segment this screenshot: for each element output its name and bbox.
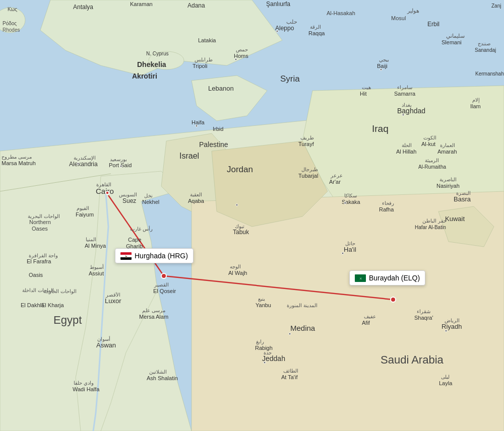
svg-text:Irbid: Irbid bbox=[213, 126, 223, 132]
svg-text:Shaqra': Shaqra' bbox=[414, 315, 433, 321]
svg-text:وادي حلفا: وادي حلفا bbox=[74, 380, 94, 386]
svg-text:الناصرية: الناصرية bbox=[439, 177, 457, 183]
svg-text:Rafha: Rafha bbox=[379, 206, 394, 212]
svg-text:Aswan: Aswan bbox=[96, 341, 116, 349]
svg-point-161 bbox=[344, 202, 346, 204]
saudi-flag: ⚔ bbox=[355, 274, 366, 282]
svg-text:🦅: 🦅 bbox=[125, 255, 128, 258]
svg-text:Afif: Afif bbox=[362, 320, 370, 326]
svg-text:Ha'il: Ha'il bbox=[344, 246, 356, 253]
svg-text:Jordan: Jordan bbox=[227, 165, 253, 174]
svg-text:هيت: هيت bbox=[362, 85, 371, 90]
svg-text:Riyadh: Riyadh bbox=[442, 323, 462, 330]
svg-text:عفيف: عفيف bbox=[364, 314, 376, 319]
svg-text:Wadi Halfa: Wadi Halfa bbox=[73, 386, 100, 392]
svg-text:Yanbu: Yanbu bbox=[256, 302, 271, 308]
svg-text:Κως: Κως bbox=[8, 7, 17, 12]
svg-point-153 bbox=[77, 163, 79, 165]
svg-text:نخل: نخل bbox=[144, 193, 153, 198]
svg-text:Basra: Basra bbox=[454, 195, 471, 203]
svg-text:Al Wajh: Al Wajh bbox=[228, 270, 247, 276]
svg-text:Akrotiri: Akrotiri bbox=[132, 72, 157, 80]
svg-text:سكاكا: سكاكا bbox=[344, 193, 357, 198]
svg-text:Ar'ar: Ar'ar bbox=[329, 179, 341, 185]
svg-text:Şanlıurfa: Şanlıurfa bbox=[266, 1, 290, 8]
svg-rect-166 bbox=[120, 252, 132, 255]
svg-text:Rabigh: Rabigh bbox=[255, 345, 273, 351]
buraydah-airport-label: ⚔ Buraydah (ELQ) bbox=[349, 270, 425, 285]
svg-text:أسيوط: أسيوط bbox=[90, 264, 104, 270]
svg-text:أسوان: أسوان bbox=[97, 336, 110, 342]
map-container: Κως Ρόδος Rhodes Antalya Karaman Adana Ş… bbox=[0, 0, 504, 431]
svg-text:Layla: Layla bbox=[439, 380, 453, 386]
svg-text:Turayf: Turayf bbox=[298, 141, 314, 147]
svg-text:رأس غارب: رأس غارب bbox=[130, 226, 153, 232]
svg-text:مرسى مطروح: مرسى مطروح bbox=[2, 154, 32, 160]
svg-text:الوجه: الوجه bbox=[230, 264, 241, 270]
svg-text:الشلاتين: الشلاتين bbox=[149, 369, 167, 375]
svg-text:ليلى: ليلى bbox=[441, 374, 450, 380]
svg-point-163 bbox=[289, 333, 291, 335]
svg-text:Karaman: Karaman bbox=[130, 1, 153, 7]
svg-text:Ash Shalatin: Ash Shalatin bbox=[147, 375, 178, 381]
svg-text:Palestine: Palestine bbox=[199, 140, 228, 149]
svg-point-151 bbox=[161, 273, 166, 278]
svg-text:Al Minya: Al Minya bbox=[85, 243, 106, 249]
svg-text:Zanj: Zanj bbox=[491, 3, 501, 9]
svg-text:Tripoli: Tripoli bbox=[193, 63, 208, 69]
svg-text:Hit: Hit bbox=[360, 91, 366, 97]
svg-text:حفر الباطن: حفر الباطن bbox=[422, 218, 447, 224]
svg-text:Suez: Suez bbox=[122, 197, 136, 204]
svg-text:الفيوم: الفيوم bbox=[77, 205, 89, 211]
svg-point-155 bbox=[196, 125, 198, 127]
svg-text:El Farafra: El Farafra bbox=[27, 258, 51, 264]
svg-text:N. Cyprus: N. Cyprus bbox=[146, 51, 168, 56]
svg-text:Faiyum: Faiyum bbox=[76, 211, 94, 218]
svg-text:Al-kut: Al-kut bbox=[421, 141, 435, 147]
svg-text:Assiut: Assiut bbox=[89, 270, 104, 276]
svg-text:Adana: Adana bbox=[187, 2, 205, 9]
svg-text:Saudi Arabia: Saudi Arabia bbox=[381, 353, 444, 366]
svg-text:طريف: طريف bbox=[300, 135, 314, 141]
svg-text:الطائف: الطائف bbox=[283, 368, 298, 374]
svg-point-156 bbox=[235, 58, 237, 60]
svg-text:الواحات الخارجة: الواحات الخارجة bbox=[43, 289, 77, 295]
svg-text:Aqaba: Aqaba bbox=[188, 198, 205, 204]
svg-text:Haifa: Haifa bbox=[192, 119, 205, 125]
svg-text:سليماني: سليماني bbox=[446, 33, 465, 39]
svg-text:الرقة: الرقة bbox=[310, 24, 321, 30]
svg-text:Kermanshah: Kermanshah bbox=[475, 71, 504, 77]
svg-text:تبوك: تبوك bbox=[235, 224, 244, 230]
svg-text:رابغ: رابغ bbox=[256, 339, 264, 345]
svg-text:العقبة: العقبة bbox=[190, 192, 202, 197]
svg-text:Samarra: Samarra bbox=[394, 91, 416, 97]
svg-text:Oasis: Oasis bbox=[29, 272, 43, 278]
svg-text:Cairo: Cairo bbox=[96, 187, 114, 195]
svg-text:رفحاء: رفحاء bbox=[382, 200, 394, 206]
buraydah-label-text: Buraydah (ELQ) bbox=[369, 274, 420, 282]
hurghada-label-text: Hurghada (HRG) bbox=[135, 252, 188, 260]
svg-text:Egypt: Egypt bbox=[53, 314, 82, 326]
svg-text:القصير: القصير bbox=[154, 282, 169, 288]
svg-text:⚔: ⚔ bbox=[359, 277, 362, 280]
svg-text:العمارة: العمارة bbox=[440, 142, 455, 149]
svg-text:واحة الفرافرة: واحة الفرافرة bbox=[29, 253, 58, 259]
svg-text:Rhodes: Rhodes bbox=[3, 27, 20, 33]
svg-point-165 bbox=[445, 330, 447, 332]
svg-text:Al-Rumaitha: Al-Rumaitha bbox=[418, 164, 446, 170]
svg-point-159 bbox=[402, 114, 404, 116]
svg-text:الرميثة: الرميثة bbox=[425, 158, 439, 164]
svg-text:Oases: Oases bbox=[32, 226, 48, 232]
svg-text:Kuwait: Kuwait bbox=[445, 215, 465, 223]
svg-text:Ilam: Ilam bbox=[470, 103, 481, 109]
svg-text:Luxor: Luxor bbox=[105, 297, 121, 305]
svg-text:Sanandaj: Sanandaj bbox=[475, 47, 496, 53]
svg-text:Alexandria: Alexandria bbox=[69, 161, 98, 168]
svg-text:Lebanon: Lebanon bbox=[208, 85, 234, 92]
svg-point-158 bbox=[380, 68, 382, 70]
svg-point-157 bbox=[276, 30, 278, 32]
svg-text:Marsa Matruh: Marsa Matruh bbox=[2, 160, 36, 166]
svg-text:Tubarjal: Tubarjal bbox=[298, 173, 318, 179]
svg-text:الكوت: الكوت bbox=[423, 135, 436, 141]
svg-text:Amarah: Amarah bbox=[437, 149, 457, 155]
